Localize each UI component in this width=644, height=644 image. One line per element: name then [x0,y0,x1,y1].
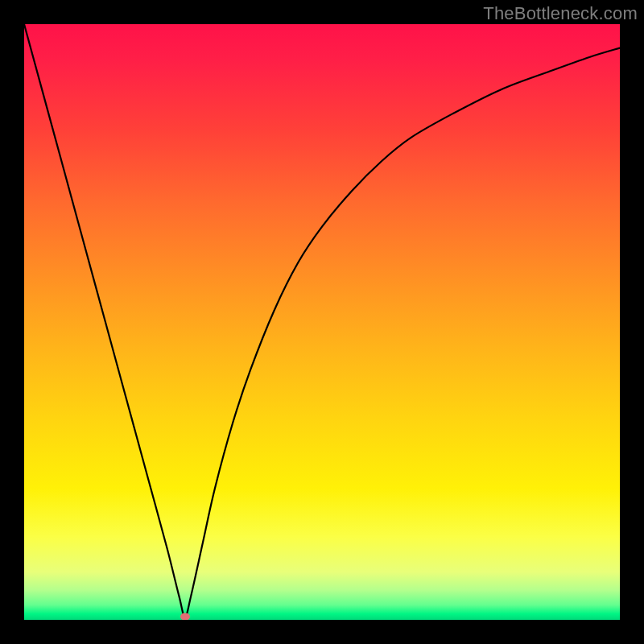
chart-frame: TheBottleneck.com [0,0,644,644]
plot-area [24,24,620,620]
curve-layer [24,24,620,620]
series-curve [24,24,620,617]
minimum-marker [180,613,190,620]
watermark-text: TheBottleneck.com [483,3,638,24]
